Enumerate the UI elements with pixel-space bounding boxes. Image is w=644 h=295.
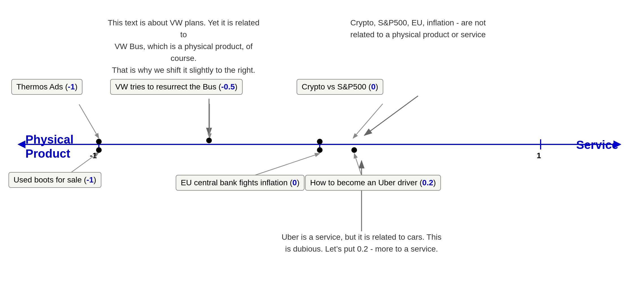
svg-line-7 [254,153,320,175]
svg-line-8 [354,153,362,175]
callout-thermos-label: Thermos Ads (-1) [16,82,77,91]
annotation-vw: This text is about VW plans. Yet it is r… [105,17,263,76]
dot-boots [96,147,102,153]
annotation-uber: Uber is a service, but it is related to … [271,231,452,255]
label-physical: Physical Product [25,133,73,161]
dot-thermos [96,139,102,144]
dot-crypto [317,139,323,144]
arrow-left [18,140,25,148]
callout-vw: VW tries to resurrect the Bus (-0.5) [110,79,243,95]
callout-eu: EU central bank fights inflation (0) [176,175,304,191]
svg-line-1 [364,96,418,135]
svg-line-5 [353,104,383,138]
tick-plus1 [540,139,541,149]
callout-crypto: Crypto vs S&P500 (0) [297,79,383,95]
callout-boots: Used boots for sale (-1) [8,172,101,188]
dot-uber [351,147,357,153]
callout-uber-label: How to become an Uber driver (0.2) [310,178,436,187]
callout-vw-label: VW tries to resurrect the Bus (-0.5) [115,82,238,91]
callout-eu-label: EU central bank fights inflation (0) [181,178,299,187]
svg-line-3 [79,104,99,138]
callout-boots-label: Used boots for sale (-1) [14,175,96,184]
callout-uber: How to become an Uber driver (0.2) [305,175,441,191]
dot-vw [206,138,212,143]
label-service: Service [576,138,618,152]
annotation-crypto: Crypto, S&P500, EU, inflation - are notr… [339,17,497,41]
diagram-container: -1 1 Physical Product Service Thermos Ad… [0,0,644,295]
callout-thermos: Thermos Ads (-1) [11,79,82,95]
callout-crypto-label: Crypto vs S&P500 (0) [302,82,378,91]
dot-eu [317,147,323,153]
tick-label-minus1: -1 [90,151,97,160]
tick-label-plus1: 1 [537,151,541,160]
